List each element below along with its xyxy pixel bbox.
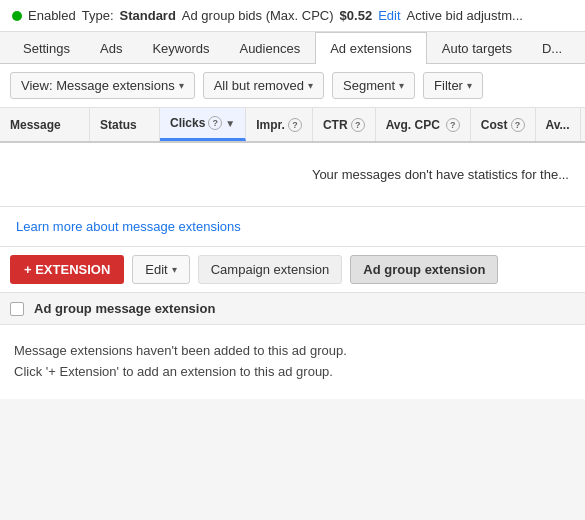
select-all-checkbox[interactable]	[10, 302, 24, 316]
learn-more-row: Learn more about message extensions	[0, 207, 585, 247]
active-bid-label: Active bid adjustm...	[407, 8, 523, 23]
impr-help-icon[interactable]: ?	[288, 118, 302, 132]
edit-dropdown[interactable]: Edit ▾	[132, 255, 189, 284]
tab-ads[interactable]: Ads	[85, 32, 137, 64]
filter-btn-chevron-icon: ▾	[467, 80, 472, 91]
tab-ad-extensions[interactable]: Ad extensions	[315, 32, 427, 64]
segment-label: Segment	[343, 78, 395, 93]
extension-table-title: Ad group message extension	[34, 301, 215, 316]
segment-dropdown[interactable]: Segment ▾	[332, 72, 415, 99]
extension-table: Ad group message extension Message exten…	[0, 293, 585, 399]
type-value: Standard	[120, 8, 176, 23]
clicks-help-icon[interactable]: ?	[208, 116, 222, 130]
campaign-extension-button[interactable]: Campaign extension	[198, 255, 343, 284]
tab-keywords[interactable]: Keywords	[137, 32, 224, 64]
ad-group-ext-label: Ad group extension	[363, 262, 485, 277]
add-extension-button[interactable]: + EXTENSION	[10, 255, 124, 284]
filter-button[interactable]: Filter ▾	[423, 72, 483, 99]
col-avg-cpc-label: Avg. CPC	[386, 118, 440, 132]
info-bar: Enabled Type: Standard Ad group bids (Ma…	[0, 0, 585, 32]
ad-group-extension-button[interactable]: Ad group extension	[350, 255, 498, 284]
cost-help-icon[interactable]: ?	[511, 118, 525, 132]
nav-tabs: Settings Ads Keywords Audiences Ad exten…	[0, 32, 585, 64]
learn-more-link[interactable]: Learn more about message extensions	[16, 219, 241, 234]
bids-value: $0.52	[340, 8, 373, 23]
filter-btn-label: Filter	[434, 78, 463, 93]
col-ctr: CTR ?	[313, 108, 376, 141]
col-message-label: Message	[10, 118, 61, 132]
edit-link[interactable]: Edit	[378, 8, 400, 23]
segment-chevron-icon: ▾	[399, 80, 404, 91]
campaign-ext-label: Campaign extension	[211, 262, 330, 277]
col-status: Status	[90, 108, 160, 141]
filter-dropdown[interactable]: All but removed ▾	[203, 72, 324, 99]
tab-audiences[interactable]: Audiences	[224, 32, 315, 64]
avg-cpc-help-icon[interactable]: ?	[446, 118, 460, 132]
col-av: Av...	[536, 108, 581, 141]
col-avg-cpc: Avg. CPC ?	[376, 108, 471, 141]
col-cost: Cost ?	[471, 108, 536, 141]
col-status-label: Status	[100, 118, 137, 132]
tab-auto-targets[interactable]: Auto targets	[427, 32, 527, 64]
filter-chevron-icon: ▾	[308, 80, 313, 91]
col-clicks[interactable]: Clicks ? ▼	[160, 108, 246, 141]
extension-empty-line2: Click '+ Extension' to add an extension …	[14, 362, 571, 383]
tab-settings[interactable]: Settings	[8, 32, 85, 64]
col-impr-label: Impr.	[256, 118, 285, 132]
view-chevron-icon: ▾	[179, 80, 184, 91]
ctr-help-icon[interactable]: ?	[351, 118, 365, 132]
bids-label: Ad group bids (Max. CPC)	[182, 8, 334, 23]
view-label: View: Message extensions	[21, 78, 175, 93]
filter-label: All but removed	[214, 78, 304, 93]
empty-message: Your messages don't have statistics for …	[312, 167, 569, 182]
toolbar: View: Message extensions ▾ All but remov…	[0, 64, 585, 108]
col-impr: Impr. ?	[246, 108, 313, 141]
tab-more[interactable]: D...	[527, 32, 577, 64]
edit-chevron-icon: ▾	[172, 264, 177, 275]
empty-state: Your messages don't have statistics for …	[0, 143, 585, 207]
enabled-label: Enabled	[28, 8, 76, 23]
view-dropdown[interactable]: View: Message extensions ▾	[10, 72, 195, 99]
edit-label: Edit	[145, 262, 167, 277]
col-clicks-label: Clicks	[170, 116, 205, 130]
extension-empty-line1: Message extensions haven't been added to…	[14, 341, 571, 362]
col-cost-label: Cost	[481, 118, 508, 132]
table-header: Message Status Clicks ? ▼ Impr. ? CTR ? …	[0, 108, 585, 143]
add-extension-label: + EXTENSION	[24, 262, 110, 277]
col-ctr-label: CTR	[323, 118, 348, 132]
action-bar: + EXTENSION Edit ▾ Campaign extension Ad…	[0, 247, 585, 293]
clicks-sort-icon: ▼	[225, 118, 235, 129]
extension-empty-state: Message extensions haven't been added to…	[0, 325, 585, 399]
enabled-indicator	[12, 11, 22, 21]
type-label: Type:	[82, 8, 114, 23]
extension-table-header: Ad group message extension	[0, 293, 585, 325]
col-message: Message	[0, 108, 90, 141]
col-av-label: Av...	[546, 118, 570, 132]
